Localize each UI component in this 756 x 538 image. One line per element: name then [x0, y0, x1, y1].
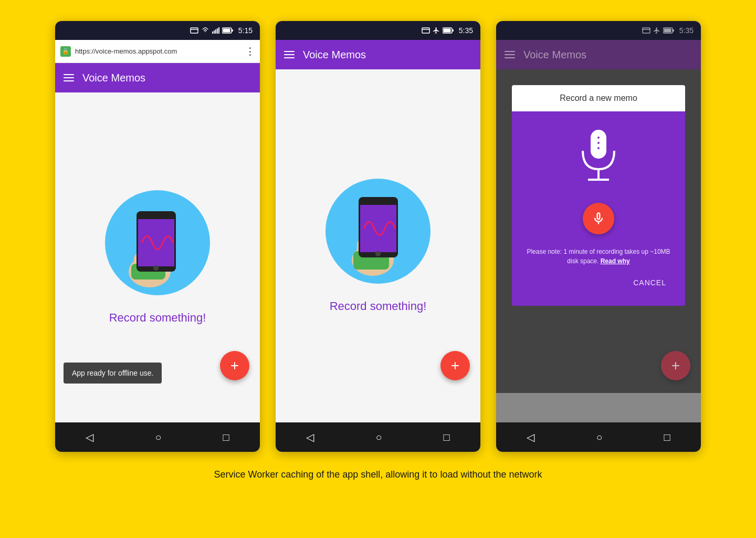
svg-rect-5	[218, 27, 219, 34]
phones-container: 5:15 🔒 https://voice-memos.appspot.com ⋮…	[16, 21, 740, 452]
record-button[interactable]	[583, 203, 614, 234]
status-icons-2: 5:35	[422, 26, 473, 35]
svg-rect-0	[191, 28, 198, 33]
nav-back-3[interactable]: ◁	[527, 431, 534, 443]
notification-icon-3	[642, 27, 650, 34]
status-bar-1: 5:15	[55, 21, 260, 40]
svg-rect-23	[360, 205, 396, 252]
nav-back-1[interactable]: ◁	[86, 431, 93, 443]
nav-bar-2: ◁ ○ □	[276, 422, 480, 452]
nav-recent-2[interactable]: □	[443, 431, 449, 443]
phone-body-2: Record something! +	[276, 69, 480, 422]
svg-rect-17	[452, 29, 454, 32]
svg-rect-18	[443, 29, 450, 33]
svg-rect-15	[422, 28, 429, 33]
signal-icon	[212, 27, 219, 34]
dialog-note: Please note: 1 minute of recording takes…	[522, 247, 675, 266]
status-icons-3: 5:35	[642, 26, 694, 35]
app-title-1: Voice Memos	[82, 72, 145, 84]
app-bar-3: Voice Memos	[496, 40, 701, 69]
fab-button-1[interactable]: +	[220, 351, 249, 380]
nav-recent-3[interactable]: □	[664, 431, 670, 443]
wifi-icon	[201, 27, 209, 34]
dialog-title: Record a new memo	[512, 85, 685, 111]
cancel-button[interactable]: CANCEL	[522, 274, 675, 295]
hamburger-icon-3[interactable]	[505, 51, 515, 58]
svg-point-30	[597, 137, 600, 139]
status-time-2: 5:35	[459, 26, 473, 35]
svg-rect-29	[591, 130, 606, 159]
microphone-svg	[578, 127, 620, 185]
notification-icon-2	[422, 27, 430, 34]
svg-point-14	[153, 265, 159, 271]
fab-plus-icon-3: +	[671, 357, 680, 374]
app-bar-1: Voice Memos	[55, 63, 260, 92]
snackbar-text: App ready for offline use.	[72, 369, 153, 377]
illustration-2	[326, 179, 430, 284]
phone-2: 5:35 Voice Memos	[276, 21, 480, 452]
record-text-2: Record something!	[330, 299, 427, 313]
svg-rect-2	[214, 30, 215, 34]
nav-back-2[interactable]: ◁	[306, 431, 314, 443]
app-title-3: Voice Memos	[523, 49, 586, 61]
url-bar[interactable]: 🔒 https://voice-memos.appspot.com ⋮	[55, 40, 260, 63]
mic-small-icon	[591, 211, 606, 226]
fab-plus-icon-2: +	[451, 357, 459, 374]
phone-body-3: Record a new memo	[496, 69, 701, 422]
app-title-2: Voice Memos	[303, 49, 366, 61]
battery-icon	[222, 27, 234, 34]
more-options-icon[interactable]: ⋮	[245, 46, 255, 57]
battery-icon-2	[443, 27, 454, 34]
hamburger-icon-2[interactable]	[284, 51, 295, 58]
svg-rect-25	[643, 28, 650, 33]
app-bar-2: Voice Memos	[276, 40, 480, 69]
svg-rect-7	[232, 29, 233, 32]
svg-rect-27	[673, 29, 674, 32]
dialog-content: Please note: 1 minute of recording takes…	[512, 111, 685, 306]
status-time-1: 5:15	[238, 26, 253, 35]
nav-recent-1[interactable]: □	[223, 431, 229, 443]
hamburger-icon-1[interactable]	[64, 74, 74, 81]
status-time-3: 5:35	[679, 26, 694, 35]
svg-point-31	[597, 142, 600, 144]
mic-icon-large	[578, 127, 620, 187]
phone-1: 5:15 🔒 https://voice-memos.appspot.com ⋮…	[55, 21, 260, 452]
fab-button-3[interactable]: +	[661, 351, 690, 380]
phone-3: 5:35 Voice Memos Record a new memo	[496, 21, 701, 452]
phone-illustration-svg-1	[118, 195, 197, 290]
status-bar-2: 5:35	[276, 21, 480, 40]
svg-point-24	[375, 251, 381, 256]
svg-rect-1	[212, 32, 213, 34]
airplane-icon-3	[653, 27, 660, 34]
fab-button-2[interactable]: +	[440, 351, 470, 380]
nav-bar-1: ◁ ○ □	[55, 422, 260, 452]
airplane-icon-2	[433, 27, 440, 34]
read-why-link[interactable]: Read why	[601, 257, 630, 265]
record-dialog: Record a new memo	[512, 85, 685, 306]
fab-plus-icon-1: +	[230, 357, 239, 374]
phone-illustration-svg-2	[339, 184, 417, 278]
nav-home-1[interactable]: ○	[155, 431, 161, 443]
notification-icon	[190, 27, 198, 34]
svg-rect-3	[215, 29, 216, 34]
dialog-overlay: Record a new memo	[496, 69, 701, 393]
nav-bar-3: ◁ ○ □	[496, 422, 701, 452]
svg-rect-13	[138, 219, 174, 266]
nav-home-2[interactable]: ○	[375, 431, 382, 443]
svg-rect-8	[223, 29, 230, 33]
battery-icon-3	[663, 27, 675, 34]
snackbar: App ready for offline use.	[64, 363, 162, 384]
svg-rect-4	[217, 28, 218, 34]
status-icons-1: 5:15	[190, 26, 253, 35]
record-text-1: Record something!	[109, 311, 206, 325]
status-bar-3: 5:35	[496, 21, 701, 40]
nav-home-3[interactable]: ○	[596, 431, 602, 443]
phone-body-1: Record something! App ready for offline …	[55, 92, 260, 422]
url-text: https://voice-memos.appspot.com	[75, 47, 241, 55]
svg-point-32	[597, 147, 600, 149]
svg-rect-28	[664, 29, 671, 33]
illustration-1	[105, 190, 210, 295]
caption: Service Worker caching of the app shell,…	[214, 468, 542, 482]
lock-icon: 🔒	[60, 46, 71, 57]
